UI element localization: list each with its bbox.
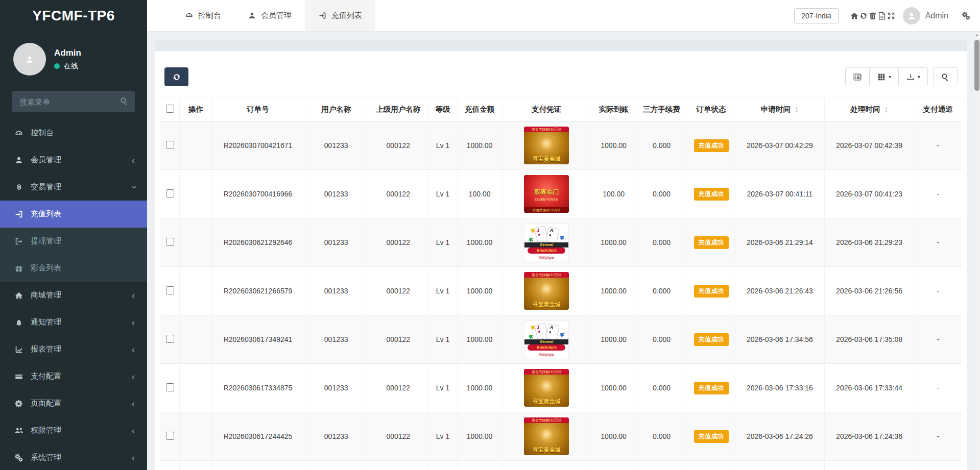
sidebar-item-label: 控制台 [31,128,135,138]
scrollbar-thumb[interactable] [974,40,979,91]
payment-voucher-image[interactable]: J♥A♠GeneralBlackJackMultiplayer [524,224,569,261]
payment-voucher-image[interactable]: 双喜临门Double Fortune双免费游戏/10万倍 [524,175,569,213]
row-checkbox[interactable] [166,432,174,440]
cell-text: 0.000 [653,238,671,246]
user-name: Admin [54,48,81,58]
cell-order: R2026030700416966 [211,170,304,218]
trash-icon[interactable] [868,11,877,20]
sidebar-menu: 控制台会员管理‹交易管理‹充值列表提现管理彩金列表商城管理‹通知管理‹报表管理‹… [0,119,147,470]
sidebar-item-signout[interactable]: 提现管理 [0,228,147,255]
payment-voucher-image[interactable]: 奖金无限翻/10万倍寻宝黄金城 [524,127,569,164]
cell-status: 充值成功 [687,170,735,218]
tab-member[interactable]: 会员管理 [234,0,305,31]
column-header-label: 实际到账 [599,105,629,113]
vertical-scrollbar[interactable]: ▲ [974,32,980,470]
voucher-banner: 奖金无限翻/10万倍 [524,127,569,132]
sidebar-item-member[interactable]: 会员管理‹ [0,146,147,174]
export-button[interactable]: ▾ [899,67,928,86]
cell-level: Lv 1 [428,364,457,412]
cell-text: 0.000 [653,287,671,295]
payment-voucher-image[interactable]: 奖金无限翻/10万倍寻宝黄金城 [524,417,569,455]
refresh-icon[interactable] [859,11,868,20]
detail-view-button[interactable] [845,67,870,86]
table-row: R2026030617349241001233000122Lv 11000.00… [160,315,962,364]
cell-channel: - [914,412,962,461]
columns-button[interactable]: ▾ [870,67,899,86]
hamburger-icon[interactable] [147,0,172,9]
settings-icon[interactable] [962,11,971,20]
sidebar-item-bitcoin[interactable]: 交易管理‹ [0,174,147,201]
payment-voucher-image[interactable]: 奖金无限翻/10万倍寻宝黄金城 [524,272,569,310]
recharge-table: 操作订单号用户名称上级用户名称等级充值金额支付凭证实际到账三方手续费订单状态申请… [160,97,962,470]
cell-text: 2026-03-06 21:26:43 [747,287,813,295]
column-header: 等级 [428,98,457,121]
cell-empty [824,461,914,470]
select-all-checkbox[interactable] [166,105,174,113]
fullscreen-icon[interactable] [887,11,896,20]
sidebar-item-gift[interactable]: 彩金列表 [0,255,147,282]
cell-text: 1000.00 [601,335,627,343]
dashboard-icon [14,128,24,138]
row-checkbox[interactable] [166,286,174,294]
row-checkbox[interactable] [166,383,174,391]
admin-label[interactable]: Admin [925,11,948,20]
cell-op [180,412,211,461]
cell-text: 001233 [324,238,348,246]
tab-dashboard[interactable]: 控制台 [172,0,234,31]
row-checkbox[interactable] [166,141,174,149]
payment-voucher-image[interactable]: J♥A♠GeneralBlackJackMultiplayer [524,320,569,358]
table-refresh-button[interactable] [164,67,188,86]
sidebar-item-label: 页面配置 [31,399,132,408]
sidebar-item-gear[interactable]: 页面配置‹ [0,390,147,417]
row-checkbox[interactable] [166,189,174,197]
cell-empty [502,461,591,470]
payment-voucher-image[interactable]: 奖金无限翻/10万倍寻宝黄金城 [524,369,569,407]
sidebar-item-chart[interactable]: 报表管理‹ [0,336,147,363]
sort-icon[interactable]: ▲▼ [884,106,888,113]
row-checkbox[interactable] [166,238,174,246]
cell-text: 0.000 [653,141,671,150]
search-icon [119,96,129,106]
cell-actual: 1000.00 [591,267,636,315]
scroll-up-icon[interactable]: ▲ [974,33,980,37]
admin-avatar[interactable] [903,7,920,24]
users-icon [14,426,24,436]
status-badge: 充值成功 [694,333,729,346]
cell-apply: 2026-03-06 17:24:26 [735,412,825,461]
column-header[interactable]: 处理时间▲▼ [824,98,914,121]
detail-view-icon [853,72,862,82]
sidebar-item-creditcard[interactable]: 支付配置‹ [0,363,147,390]
table-row: R2026030617244425001233000122Lv 11000.00… [160,412,962,461]
cell-process: 2026-03-06 17:33:44 [824,364,914,412]
search-menu-input[interactable] [12,91,135,112]
cell-text: 000122 [386,384,410,392]
voucher-banner: 双免费游戏/10万倍 [524,207,569,213]
cell-process: 2026-03-06 17:35:08 [824,315,914,364]
cell-text: 2026-03-06 21:29:14 [747,238,813,246]
tab-signin[interactable]: 充值列表 [305,0,375,31]
sort-icon[interactable]: ▲▼ [795,106,799,113]
row-checkbox[interactable] [166,335,174,343]
caret-down-icon: ▾ [889,74,891,80]
column-header-label: 充值金额 [465,105,494,113]
language-icon[interactable] [877,11,887,20]
cell-amount: 1000.00 [457,267,502,315]
sidebar-item-signin[interactable]: 充值列表 [0,201,147,228]
cell-empty [457,461,502,470]
sidebar-item-bell[interactable]: 通知管理‹ [0,309,147,336]
home-icon[interactable] [850,11,859,20]
home-icon [14,290,24,301]
sidebar-item-home[interactable]: 商城管理‹ [0,282,147,309]
sidebar-item-dashboard[interactable]: 控制台 [0,119,147,146]
column-header[interactable]: 申请时间▲▼ [735,98,825,121]
table-row [160,461,962,470]
cell-voucher: 奖金无限翻/10万倍寻宝黄金城 [502,267,591,315]
cell-empty [428,461,457,470]
table-search-button[interactable] [933,67,958,86]
cell-text: Lv 1 [436,287,449,295]
cell-level: Lv 1 [428,218,457,267]
region-button[interactable]: 207-India [794,8,838,23]
sidebar-item-cogs[interactable]: 系统管理‹ [0,444,147,470]
sidebar-item-users[interactable]: 权限管理‹ [0,417,147,444]
column-header-label: 用户名称 [321,105,351,113]
